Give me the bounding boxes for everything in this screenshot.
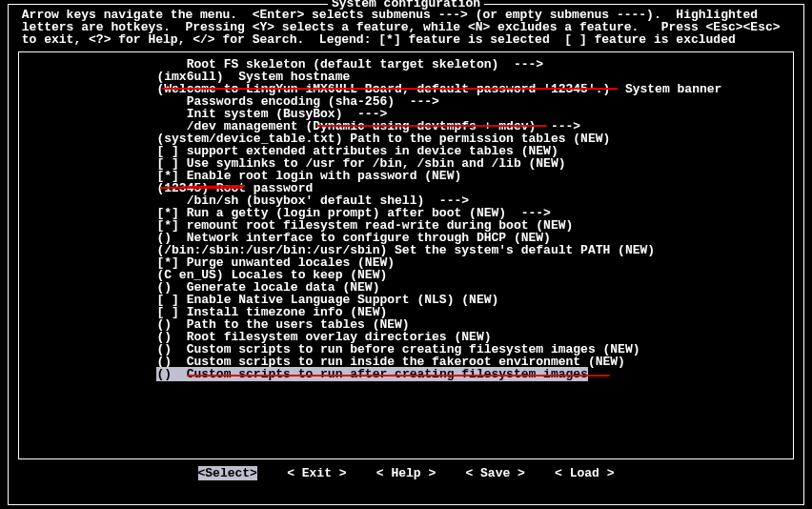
load-button[interactable]: < Load > [555,466,614,480]
button-bar: <Select> < Exit > < Help > < Save > < Lo… [9,465,803,485]
menu-list[interactable]: Root FS skeleton (default target skeleto… [18,51,794,459]
annotation-underline [187,375,610,377]
annotation-underline [162,88,618,90]
help-text: Arrow keys navigate the menu. <Enter> se… [9,5,803,46]
annotation-underline [316,125,547,127]
exit-button[interactable]: < Exit > [287,466,346,480]
select-button[interactable]: <Select> [198,466,257,480]
config-dialog: System configuration Arrow keys navigate… [8,4,804,505]
save-button[interactable]: < Save > [465,466,524,480]
dialog-title: System configuration [328,0,484,10]
help-button[interactable]: < Help > [376,466,436,480]
